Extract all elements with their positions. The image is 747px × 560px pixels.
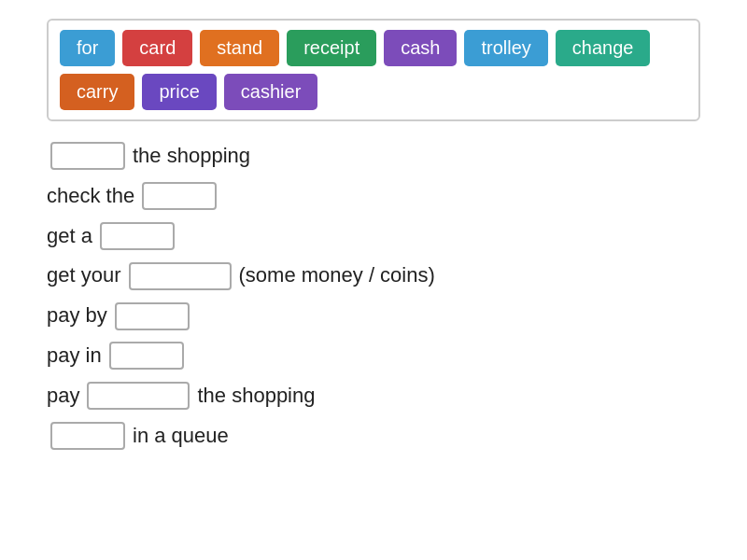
blank-s3[interactable] <box>100 222 175 250</box>
blank-s8[interactable] <box>50 422 125 450</box>
blank-s5[interactable] <box>115 302 190 330</box>
sentence-before-s7: pay <box>47 382 79 411</box>
word-tile-cash[interactable]: cash <box>384 30 457 66</box>
blank-s6[interactable] <box>109 342 184 370</box>
word-tile-carry[interactable]: carry <box>60 74 134 110</box>
sentence-s7: paythe shopping <box>47 382 700 411</box>
blank-s4[interactable] <box>129 262 232 290</box>
word-tile-price[interactable]: price <box>142 74 216 110</box>
word-bank: forcardstandreceiptcashtrolleychangecarr… <box>47 19 700 121</box>
sentence-before-s4: get your <box>47 261 121 290</box>
sentence-s6: pay in <box>47 342 700 371</box>
sentence-s1: the shopping <box>47 142 700 171</box>
word-tile-stand[interactable]: stand <box>200 30 279 66</box>
sentence-before-s3: get a <box>47 222 92 251</box>
word-tile-for[interactable]: for <box>60 30 115 66</box>
sentence-s5: pay by <box>47 301 700 330</box>
sentence-after-s4: (some money / coins) <box>239 261 435 290</box>
sentence-s2: check the <box>47 182 700 211</box>
blank-s7[interactable] <box>87 382 190 410</box>
word-tile-card[interactable]: card <box>122 30 192 66</box>
sentence-before-s5: pay by <box>47 301 107 330</box>
sentence-before-s6: pay in <box>47 342 102 371</box>
sentence-after-s7: the shopping <box>197 382 315 411</box>
word-tile-trolley[interactable]: trolley <box>464 30 547 66</box>
sentence-s8: in a queue <box>47 422 700 451</box>
word-tile-cashier[interactable]: cashier <box>224 74 317 110</box>
word-tile-receipt[interactable]: receipt <box>287 30 376 66</box>
page-container: forcardstandreceiptcashtrolleychangecarr… <box>0 0 747 469</box>
sentence-after-s1: the shopping <box>133 142 250 171</box>
blank-s1[interactable] <box>50 142 125 170</box>
sentence-after-s8: in a queue <box>133 422 229 451</box>
blank-s2[interactable] <box>142 182 217 210</box>
sentences-container: the shoppingcheck theget aget your(some … <box>47 142 700 450</box>
sentence-before-s2: check the <box>47 182 134 211</box>
word-tile-change[interactable]: change <box>556 30 651 66</box>
sentence-s3: get a <box>47 222 700 251</box>
sentence-s4: get your(some money / coins) <box>47 261 700 290</box>
